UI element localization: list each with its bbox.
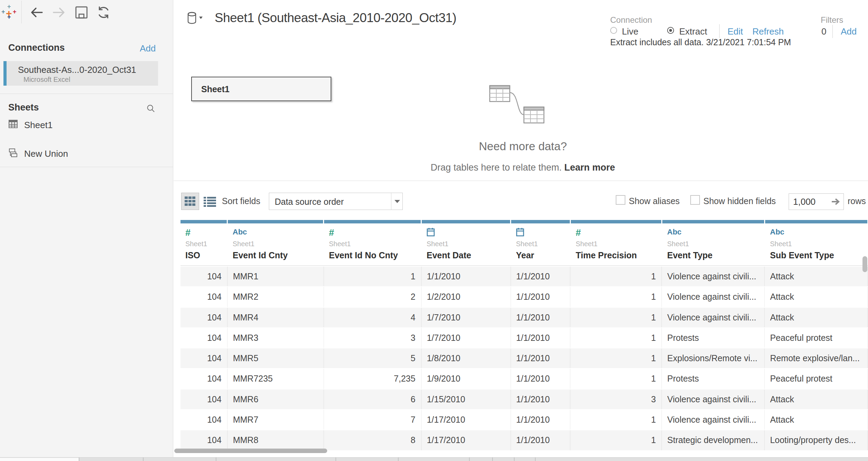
cell: Attack — [765, 308, 868, 327]
cell: 2 — [324, 287, 422, 307]
column-header-iso[interactable]: #Sheet1ISO — [181, 220, 228, 266]
cell: 7 — [324, 410, 422, 430]
tableau-datasource-page: + + + + + — [0, 0, 868, 461]
back-arrow-icon[interactable] — [29, 5, 44, 20]
cell: Violence against civili... — [662, 287, 765, 307]
tableau-logo-icon: + + + + + — [1, 4, 17, 19]
column-header-sub-event-type[interactable]: AbcSheet1Sub Event Type — [765, 220, 868, 266]
grid-header-underline — [181, 265, 868, 266]
cell: 1 — [570, 328, 662, 348]
datasource-icon[interactable] — [187, 12, 205, 25]
cell: 3 — [324, 328, 422, 348]
date-type-icon — [516, 228, 524, 237]
cell: 1/8/2010 — [422, 348, 511, 368]
edit-extract-link[interactable]: Edit — [728, 26, 743, 37]
show-hidden-fields-label[interactable]: Show hidden fields — [703, 196, 776, 206]
grid-view-button[interactable] — [181, 193, 199, 210]
refresh-icon[interactable] — [96, 5, 111, 20]
cell: Attack — [765, 390, 868, 409]
connection-type: Microsoft Excel — [23, 76, 70, 84]
column-header-event-type[interactable]: AbcSheet1Event Type — [662, 220, 765, 266]
sidebar-item-new-union[interactable]: New Union — [0, 146, 173, 162]
cell: 1/1/2010 — [422, 267, 511, 286]
column-header-event-date[interactable]: Sheet1Event Date — [422, 220, 511, 266]
horizontal-scrollbar-thumb[interactable] — [174, 449, 327, 453]
cell: 3 — [570, 390, 662, 409]
cell: MMR4 — [228, 308, 324, 327]
column-header-time-precision[interactable]: #Sheet1Time Precision — [571, 220, 662, 266]
cell: Attack — [765, 410, 868, 430]
canvas-grid-divider — [174, 181, 868, 181]
live-radio[interactable] — [610, 27, 617, 34]
cell: Protests — [662, 369, 765, 388]
drag-tables-hint: Drag tables here to relate them. Learn m… — [385, 162, 661, 173]
search-icon[interactable] — [146, 104, 155, 113]
row-count-box — [789, 193, 844, 210]
connection-section-label: Connection — [610, 15, 652, 25]
canvas-table-node-sheet1[interactable]: Sheet1 — [191, 77, 331, 101]
rows-label: rows — [848, 196, 866, 206]
table-row: 104MMR551/8/20101/1/20101Explosions/Remo… — [181, 348, 868, 369]
refresh-extract-link[interactable]: Refresh — [752, 26, 784, 37]
apply-row-count-icon[interactable] — [831, 197, 841, 206]
column-accent-bar — [765, 220, 867, 223]
column-source-label: Sheet1 — [185, 240, 207, 248]
cell: 1/1/2010 — [511, 308, 571, 327]
number-type-icon: # — [329, 228, 334, 238]
filters-divider — [832, 25, 833, 38]
bottom-strip-tick — [535, 458, 536, 461]
forward-arrow-icon[interactable] — [51, 5, 67, 20]
extract-radio[interactable] — [667, 27, 674, 34]
column-header-event-id-no-cnty[interactable]: #Sheet1Event Id No Cnty — [324, 220, 422, 266]
cell: 1 — [324, 267, 422, 286]
column-source-label: Sheet1 — [667, 240, 689, 248]
column-name: Event Id Cnty — [233, 250, 288, 260]
cell: Protests — [662, 328, 765, 348]
cell: 1 — [570, 369, 662, 388]
cell: 1 — [570, 287, 662, 307]
date-type-icon — [427, 228, 435, 237]
add-connection-link[interactable]: Add — [140, 43, 156, 54]
column-header-year[interactable]: Sheet1Year — [511, 220, 571, 266]
new-union-label: New Union — [24, 148, 68, 159]
vertical-scrollbar-thumb[interactable] — [862, 256, 867, 272]
add-filter-link[interactable]: Add — [841, 26, 857, 37]
cell: 1 — [570, 308, 662, 327]
connections-header: Connections — [8, 42, 65, 53]
cell: 7,235 — [324, 369, 422, 388]
show-aliases-checkbox[interactable] — [616, 195, 625, 205]
left-sidebar: + + + + + — [0, 0, 173, 457]
sort-order-dropdown[interactable]: Data source order — [269, 193, 403, 210]
cell: MMR2 — [228, 287, 324, 307]
column-name: Event Id No Cnty — [329, 250, 398, 260]
show-aliases-label[interactable]: Show aliases — [629, 196, 680, 206]
save-icon[interactable] — [74, 5, 89, 20]
drag-tables-text: Drag tables here to relate them. — [431, 162, 562, 173]
column-accent-bar — [228, 220, 323, 223]
metadata-view-button[interactable] — [203, 195, 217, 208]
cell: Explosions/Remote vi... — [662, 348, 765, 368]
bottom-strip-tick — [79, 458, 79, 461]
chevron-down-icon — [394, 200, 400, 203]
row-count-input[interactable] — [793, 196, 826, 208]
sort-order-value: Data source order — [275, 197, 344, 207]
sidebar-item-sheet1[interactable]: Sheet1 — [0, 118, 173, 133]
cell: 1/1/2010 — [511, 430, 571, 450]
cell: 1/9/2010 — [422, 369, 511, 388]
connection-item[interactable]: Southeast-As...0-2020_Oct31 Microsoft Ex… — [3, 61, 158, 86]
show-hidden-fields-checkbox[interactable] — [690, 195, 700, 205]
grid-column-headers: #Sheet1ISOAbcSheet1Event Id Cnty#Sheet1E… — [181, 220, 868, 266]
column-source-label: Sheet1 — [233, 240, 254, 248]
header-divider — [719, 24, 720, 38]
live-radio-label[interactable]: Live — [622, 26, 638, 37]
cell: Attack — [765, 287, 868, 307]
column-header-event-id-cnty[interactable]: AbcSheet1Event Id Cnty — [228, 220, 324, 266]
cell: 1/1/2010 — [511, 287, 571, 307]
learn-more-link[interactable]: Learn more — [564, 162, 615, 173]
extract-radio-label[interactable]: Extract — [679, 26, 707, 37]
cell: Peaceful protest — [765, 328, 868, 348]
cell: MMR6 — [228, 390, 324, 409]
column-source-label: Sheet1 — [427, 240, 448, 248]
table-row: 104MMR661/15/20101/1/20103Violence again… — [181, 390, 868, 410]
cell: 104 — [181, 287, 228, 307]
